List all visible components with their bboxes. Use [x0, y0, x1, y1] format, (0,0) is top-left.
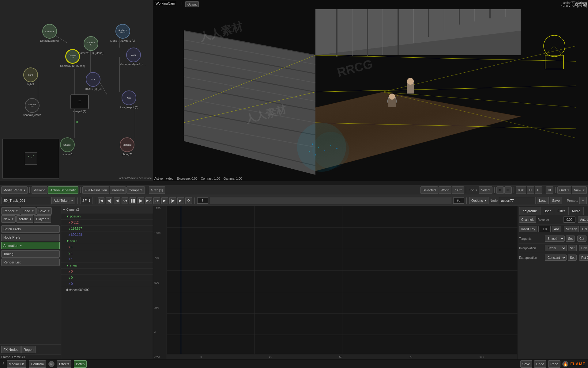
track-row-shy[interactable]: y 0 — [61, 275, 153, 281]
fx-nodes-btn[interactable]: FX Nodes — [1, 346, 21, 353]
node-axis3[interactable]: Axis Axis_teapot (0) — [120, 90, 138, 109]
zoom-level-btn[interactable]: 80X — [516, 186, 526, 194]
interpolation-set-btn[interactable]: Set — [568, 245, 577, 251]
viewing-btn[interactable]: Viewing — [32, 186, 47, 194]
globe-btn[interactable]: ⊛ — [546, 186, 553, 194]
end-frame-input[interactable] — [453, 197, 464, 204]
pb-prev-key[interactable]: ◀| — [106, 197, 112, 204]
tab-user[interactable]: User — [540, 207, 554, 215]
current-frame-input[interactable] — [197, 197, 208, 204]
tab-filter[interactable]: Filter — [554, 207, 568, 215]
viewport-output-btn[interactable]: Output — [185, 1, 199, 7]
regen-btn[interactable]: Regen — [21, 346, 36, 353]
action-schematic-btn[interactable]: Action Schematic — [48, 186, 78, 194]
fit-btn[interactable]: ⊟ — [527, 186, 534, 194]
track-row-shx[interactable]: x 0 — [61, 269, 153, 275]
grab-btn[interactable]: Grab [1] — [149, 186, 165, 194]
node-circle-shader[interactable]: Shader — [60, 137, 75, 152]
node-defaultcam[interactable]: Camera DefaultCam (0) — [40, 24, 59, 42]
pb-stop[interactable]: ▮▮ — [130, 197, 136, 204]
mediahub-btn[interactable]: MediaHub — [7, 360, 26, 368]
world-btn[interactable]: World — [439, 186, 452, 194]
tab-audio[interactable]: Audio — [568, 207, 584, 215]
extrapolation-dropdown[interactable]: Constant Linear Cycle — [545, 255, 567, 261]
auto-select-btn[interactable]: Auto Select — [578, 217, 588, 223]
batch-prefs-btn[interactable]: Batch Prefs — [1, 225, 60, 233]
track-row-x[interactable]: x 0.512 — [61, 220, 153, 226]
node-circle-axis1[interactable]: Axis — [126, 48, 141, 62]
pb-prev-frame[interactable]: ◁◀ — [122, 197, 128, 204]
options-btn[interactable]: Options — [469, 197, 488, 204]
node-circle-defaultcam[interactable]: Camera — [42, 24, 57, 39]
track-row-shear[interactable]: ▼ shear — [61, 263, 153, 269]
node-circle-analyzer[interactable]: AnalyzerMono — [115, 24, 130, 39]
conform-btn[interactable]: Conform — [29, 360, 46, 368]
link-btn[interactable]: Link — [579, 245, 588, 251]
set-key-btn[interactable]: Set Key — [564, 226, 579, 232]
presets-dropdown-btn[interactable]: ▾ — [579, 197, 587, 204]
node-light[interactable]: light light5 — [23, 67, 38, 86]
save-btn-tb[interactable]: Save — [550, 197, 562, 204]
pb-play2[interactable]: ▶▷ — [145, 197, 152, 204]
insert-key-btn[interactable]: Insert Key — [519, 226, 537, 232]
pb-next-frame[interactable]: ▷▶ — [153, 197, 160, 204]
track-row-position[interactable]: ▼ position — [61, 213, 153, 220]
cut-btn[interactable]: Cut — [577, 236, 586, 242]
load-btn-tb[interactable]: Load — [537, 197, 548, 204]
curve-area[interactable]: 1250 1000 750 500 250 0 -250 — [153, 206, 518, 359]
node-circle-image1[interactable]: ▪▪▪▪▪▪ — [70, 94, 89, 109]
node-shadow[interactable]: ShadowCast shadow_cast2 — [23, 98, 41, 117]
node-material[interactable]: Material phong76 — [120, 137, 134, 156]
iterate-btn-lp[interactable]: Iterate — [16, 215, 33, 223]
viewport-3d[interactable]: WorkingCam || Output Active video Exposu… — [153, 0, 588, 181]
selected-btn[interactable]: Selected — [420, 186, 438, 194]
preview-btn[interactable]: Preview — [110, 186, 126, 194]
insert-key-input[interactable] — [538, 226, 551, 232]
tab-keyframe[interactable]: Keyframe — [519, 207, 540, 215]
load-btn-lp[interactable]: Load — [21, 207, 36, 215]
node-circle-axis3[interactable]: Axis — [122, 90, 136, 105]
reverse-input[interactable] — [563, 217, 575, 223]
effects-btn[interactable]: Effects — [57, 360, 71, 368]
render-list-btn[interactable]: Render List — [1, 259, 60, 266]
track-row-y[interactable]: y 194.567 — [61, 226, 153, 232]
node-circle-material[interactable]: Material — [120, 137, 134, 152]
pb-loop[interactable]: ⟳ — [185, 197, 192, 204]
media-panel-btn[interactable]: Media Panel — [1, 186, 28, 194]
track-row-sy[interactable]: y 1 — [61, 250, 153, 256]
undo-btn[interactable]: Undo — [534, 360, 546, 368]
curve-graph[interactable]: 0 25 50 75 100 — [167, 206, 518, 359]
full-resolution-btn[interactable]: Full Resolution — [82, 186, 109, 194]
save-btn-lp[interactable]: Save — [36, 207, 52, 215]
node-shader[interactable]: Shader shader3 — [60, 137, 75, 156]
node-image1[interactable]: ▪▪▪▪▪▪ image1 (1) — [70, 94, 89, 113]
channels-btn[interactable]: Channels — [519, 217, 536, 223]
node-axis2[interactable]: Axis Track1 (0) (C) — [85, 72, 102, 90]
track-row-shz[interactable]: z 0 — [61, 281, 153, 287]
del-key-btn[interactable]: Del Key — [580, 226, 588, 232]
node-prefs-btn[interactable]: Node Prefs — [1, 234, 60, 241]
animation-btn[interactable]: Animation — [1, 242, 60, 249]
node-circle-light[interactable]: light — [23, 67, 38, 82]
tangents-set-btn[interactable]: Set — [566, 236, 575, 242]
node-camera2[interactable]: Camera30 Camera2 (2) (Mono) — [60, 49, 85, 67]
render-btn[interactable]: Render — [1, 207, 20, 215]
save-btn-bottom[interactable]: Save — [520, 360, 532, 368]
track-row-scale[interactable]: ▼ scale — [61, 238, 153, 244]
extrapolation-set-btn[interactable]: Set — [568, 255, 577, 261]
player-btn-lp[interactable]: Player — [34, 215, 51, 223]
pb-last[interactable]: ▶| — [177, 197, 184, 204]
pb-play[interactable]: ▶ — [138, 197, 144, 204]
node-circle-axis2[interactable]: Axis — [86, 72, 100, 87]
zoom-in-btn[interactable]: ⊕ — [535, 186, 542, 194]
batch-btn[interactable]: Batch — [74, 360, 87, 368]
node-circle-camera2[interactable]: Camera30 — [65, 49, 80, 64]
zctr-btn[interactable]: Z Ctr — [452, 186, 464, 194]
pb-first[interactable]: |◀ — [98, 197, 104, 204]
track-row-z[interactable]: z 620.128 — [61, 232, 153, 238]
node-circle-camera1[interactable]: Camera30 — [84, 36, 98, 51]
new-btn-lp[interactable]: New — [1, 215, 16, 223]
pb-next-key[interactable]: |▶ — [169, 197, 176, 204]
node-circle-shadow[interactable]: ShadowCast — [25, 98, 40, 113]
grid-btn[interactable]: Grid — [557, 186, 571, 194]
